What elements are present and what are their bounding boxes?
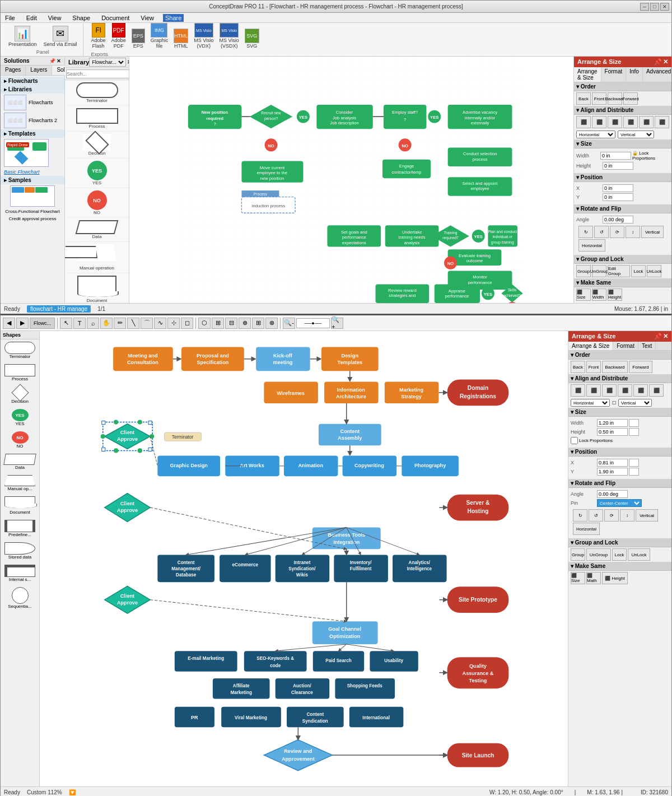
b-make-same-section[interactable]: ▾ Make Same (568, 562, 671, 571)
b-x-spinner[interactable] (629, 459, 639, 467)
b-unlock-btn[interactable]: UnLock (628, 548, 650, 561)
align-left-btn[interactable]: ⬛ (576, 116, 591, 128)
b-backward-btn[interactable]: Backward (602, 361, 628, 373)
b-rotate-180[interactable]: ⟳ (604, 509, 619, 522)
shape-manual-op[interactable]: Manual operation (65, 242, 129, 273)
lock-proportions[interactable]: 🔒 Lock Proportions (632, 151, 669, 161)
back-btn[interactable]: Back (576, 92, 591, 105)
b-group-section[interactable]: ▾ Group and Lock (568, 538, 671, 547)
width-input[interactable] (600, 152, 631, 160)
b-rotate-90cw[interactable]: ↻ (573, 509, 587, 522)
ungroup-btn[interactable]: UnGroup (592, 265, 606, 277)
b-tab-text[interactable]: Text (638, 342, 656, 350)
align-middle-btn[interactable]: ⬛ (639, 116, 654, 128)
tab-arrange[interactable]: Arrange & Size (574, 67, 601, 82)
shape-yes[interactable]: YES YES (65, 159, 129, 188)
bt-back[interactable]: ◀ (3, 318, 15, 329)
b-shape-no[interactable]: NO NO (1, 429, 39, 451)
svg-btn[interactable]: SVG SVG (242, 27, 262, 50)
graphic-btn[interactable]: IMG Graphic file (148, 22, 171, 50)
flip-h-btn[interactable]: Horizontal (578, 239, 605, 252)
align-dropdown[interactable]: Horizontal (576, 131, 615, 138)
b-height-spinner[interactable] (629, 428, 639, 436)
b-tab-format[interactable]: Format (613, 342, 638, 350)
page-tab[interactable]: flowchart - HR manage (27, 305, 91, 313)
b-align-right-btn[interactable]: ⬛ (602, 384, 617, 397)
lock-btn[interactable]: Lock (631, 265, 646, 277)
bt-zoom-in[interactable]: 🔍+ (331, 318, 343, 329)
eps-btn[interactable]: EPS EPS (129, 27, 147, 50)
shape-terminator[interactable]: Terminator (65, 80, 129, 106)
window-controls[interactable]: ─ □ ✕ (640, 3, 669, 11)
shape-no[interactable]: NO NO (65, 188, 129, 218)
b-flip-h-btn[interactable]: Horizontal (573, 523, 600, 535)
make-same-section[interactable]: ▾ Make Same (574, 278, 671, 287)
align-center-btn[interactable]: ⬛ (592, 116, 606, 128)
bt-connect[interactable]: ⊗ (265, 318, 278, 329)
height-input[interactable] (603, 162, 633, 170)
shape-data[interactable]: Data (65, 218, 129, 242)
b-back-btn[interactable]: Back (571, 361, 585, 373)
b-align-middle-btn[interactable]: ⬛ (633, 384, 648, 397)
b-shape-yes[interactable]: YES YES (1, 407, 39, 429)
bt-conn[interactable]: ⊹ (167, 318, 180, 329)
solutions-pin[interactable]: 📌 (49, 58, 55, 64)
library-dropdown[interactable]: Flowchar... (89, 58, 126, 67)
rotate-180[interactable]: ⟳ (610, 226, 624, 238)
b-height-input[interactable] (597, 428, 628, 436)
front-btn[interactable]: Front (592, 92, 606, 105)
b-shape-document[interactable]: Document (1, 494, 39, 518)
group-section[interactable]: ▾ Group and Lock (574, 255, 671, 264)
libraries-section[interactable]: ▸ Libraries (1, 85, 64, 94)
size-section[interactable]: ▾ Size (574, 139, 671, 148)
maximize-btn[interactable]: □ (650, 3, 659, 11)
b-shape-terminator[interactable]: Terminator (1, 339, 39, 362)
unlock-btn[interactable]: UnLock (647, 265, 661, 277)
b-flip-v-btn[interactable]: Vertical (636, 509, 658, 522)
bt-align[interactable]: ⊞ (212, 318, 224, 329)
bt-fwd[interactable]: ▶ (16, 318, 29, 329)
shape-decision[interactable]: Decision (65, 132, 129, 159)
b-align-center-btn[interactable]: ⬛ (586, 384, 601, 397)
cross-functional-sample[interactable]: Cross-Functional Flowchart Credit approv… (1, 184, 64, 222)
rotate-90ccw[interactable]: ↺ (594, 226, 609, 238)
tab-advanced[interactable]: Advanced (643, 67, 672, 82)
rp-close[interactable]: ✕ (663, 58, 668, 66)
shape-document[interactable]: Document (65, 273, 129, 303)
brp-close[interactable]: ✕ (663, 333, 668, 340)
adobe-flash-btn[interactable]: Fl Adobe Flash (89, 22, 108, 50)
flip-btn[interactable]: ↕ (626, 226, 640, 238)
b-tab-arrange[interactable]: Arrange & Size (568, 342, 613, 350)
bt-pointer[interactable]: ↖ (60, 318, 72, 329)
bt-zoom[interactable]: ⌕ (87, 318, 99, 329)
basic-flowchart-template[interactable]: Rapid Draw Basic Flowchart (1, 138, 64, 176)
b-align-section[interactable]: ▾ Align and Distribute (568, 374, 671, 383)
b-order-section[interactable]: ▾ Order (568, 351, 671, 360)
b-align-dropdown[interactable]: Horizontal (571, 399, 610, 407)
b-shape-process[interactable]: Process (1, 362, 39, 384)
b-width-spinner[interactable] (629, 419, 639, 427)
b-shape-data[interactable]: Data (1, 451, 39, 473)
b-group-btn[interactable]: Group (571, 548, 585, 561)
b-same-size-btn[interactable]: ⬛ Size (571, 572, 585, 584)
bt-zoom-out[interactable]: 🔍- (283, 318, 295, 329)
y-input[interactable] (603, 193, 633, 201)
templates-section[interactable]: ▸ Templates (1, 129, 64, 138)
b-same-math-btn[interactable]: ⬛ Math (586, 572, 601, 584)
b-align-top-btn[interactable]: ⬛ (618, 384, 632, 397)
position-section[interactable]: ▾ Position (574, 173, 671, 182)
same-width-btn[interactable]: ⬛ Width (592, 288, 606, 301)
bt-shapes[interactable]: ⬡ (198, 318, 211, 329)
tab-layers[interactable]: Layers (26, 66, 52, 75)
b-width-input[interactable] (597, 419, 628, 427)
rotate-90cw[interactable]: ↻ (578, 226, 593, 238)
b-shape-stored[interactable]: Stored data (1, 540, 39, 562)
group-btn[interactable]: Group (576, 265, 591, 277)
b-shape-internal[interactable]: Internal s... (1, 562, 39, 585)
b-rotate-90ccw[interactable]: ↺ (589, 509, 603, 522)
b-angle-input[interactable] (597, 490, 628, 498)
b-forward-btn[interactable]: Forward (629, 361, 652, 373)
b-ungroup-btn[interactable]: UnGroup (586, 548, 611, 561)
bt-snap[interactable]: ⊕ (239, 318, 251, 329)
close-btn[interactable]: ✕ (660, 3, 669, 11)
